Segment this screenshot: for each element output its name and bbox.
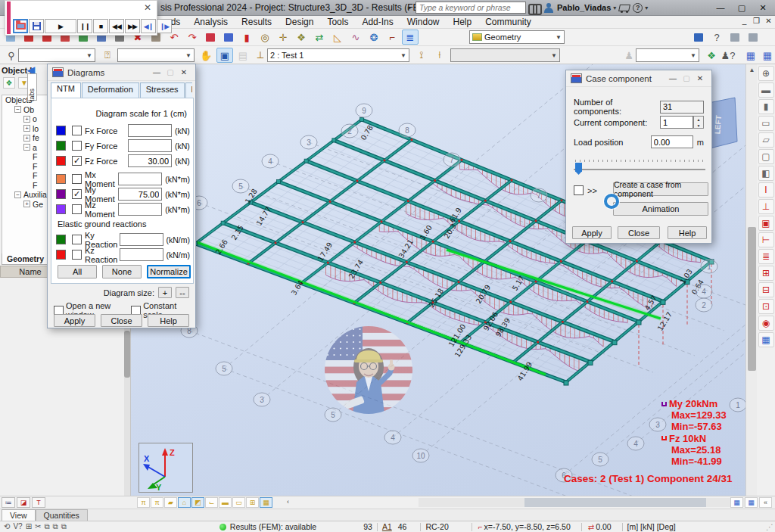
- wall-icon[interactable]: ▮: [758, 99, 774, 114]
- pan-view-icon[interactable]: ✛: [275, 30, 291, 45]
- refresh-view-icon[interactable]: ⇄: [311, 30, 328, 45]
- viewport-hscrollbar[interactable]: [419, 498, 748, 507]
- diagrams-close-button[interactable]: Close: [101, 314, 142, 327]
- ky-reaction-checkbox[interactable]: [72, 235, 82, 244]
- wrench-icon[interactable]: ⌐: [384, 30, 400, 45]
- fy-force-scale-field[interactable]: [128, 139, 172, 152]
- diagrams-tab-stresses[interactable]: Stresses: [140, 82, 185, 98]
- cut-snap-icon[interactable]: ✂: [35, 522, 41, 531]
- inspector-tab-geometry[interactable]: Geometry: [2, 254, 50, 265]
- mode-combo[interactable]: ▼: [450, 48, 560, 62]
- coord-system-icon[interactable]: ⟲: [4, 522, 10, 531]
- diagrams-tab-deformation[interactable]: Deformation: [82, 82, 139, 98]
- mdi-window-controls[interactable]: _ ❐ ✕: [739, 17, 773, 25]
- mx-moment-scale-field[interactable]: [118, 173, 162, 185]
- component-icon-icon[interactable]: ♟: [621, 48, 637, 63]
- viewport-vscrollbar[interactable]: ▲: [745, 64, 757, 496]
- window-grid-1-icon[interactable]: [727, 30, 743, 45]
- save-button[interactable]: [29, 19, 44, 33]
- set-square-icon[interactable]: ◺: [329, 30, 346, 45]
- template-display-icon[interactable]: ▦: [260, 497, 272, 508]
- current-component-field[interactable]: [660, 116, 693, 129]
- rotate-view-icon[interactable]: ❖: [293, 30, 310, 45]
- scroll-up-icon[interactable]: ▲: [746, 64, 758, 76]
- table-columns-icon[interactable]: ▦: [742, 48, 759, 63]
- case-close-icon[interactable]: ✕: [693, 73, 707, 85]
- case-dialog-titlebar[interactable]: Case component — ▢ ✕: [566, 70, 711, 87]
- chart-edit-icon[interactable]: ∿: [347, 30, 364, 45]
- ky-reaction-scale-field[interactable]: [120, 233, 163, 246]
- structural-axis-icon[interactable]: ⊞: [758, 266, 774, 281]
- fy-force-checkbox[interactable]: [72, 141, 82, 151]
- menu-design[interactable]: Design: [279, 16, 320, 28]
- tree-list-icon[interactable]: ≔: [2, 497, 15, 508]
- select-bars-icon[interactable]: ⍰: [99, 48, 116, 63]
- animation-button[interactable]: Animation: [613, 202, 708, 216]
- attributes-display-icon[interactable]: ▤: [235, 48, 251, 63]
- fx-force-scale-field[interactable]: [128, 124, 172, 137]
- expand-icon[interactable]: +: [23, 201, 30, 207]
- close-button[interactable]: ✕: [754, 2, 772, 14]
- kz-reaction-checkbox[interactable]: [72, 250, 82, 260]
- component-combo[interactable]: ▼: [636, 48, 699, 62]
- stop-button[interactable]: ■: [93, 19, 108, 33]
- grid-snap-icon[interactable]: ⊞: [26, 522, 32, 531]
- tab-quantities[interactable]: Quantities: [36, 509, 88, 521]
- user-menu-arrow[interactable]: ▾: [613, 5, 616, 11]
- window-grid-2-icon[interactable]: [745, 30, 761, 45]
- redo-icon[interactable]: ↷: [184, 30, 201, 45]
- cube-3-icon[interactable]: ⧉: [61, 522, 67, 531]
- nodes-selection-combo[interactable]: ▼: [18, 48, 95, 62]
- normalize-button[interactable]: Normalize: [147, 265, 191, 278]
- my-moment-scale-field[interactable]: [118, 188, 162, 201]
- diagrams-apply-button[interactable]: Apply: [54, 314, 95, 327]
- inspector-objects-icon[interactable]: ❖: [3, 77, 15, 89]
- calculator-icon[interactable]: [202, 30, 219, 45]
- view-3d-icon[interactable]: ❂: [366, 30, 382, 45]
- pause-button[interactable]: ❙❙: [77, 19, 92, 33]
- zoom-window-icon[interactable]: ◎: [257, 30, 273, 45]
- menu-help[interactable]: Help: [446, 16, 478, 28]
- select-hand-icon[interactable]: ✋: [198, 48, 214, 63]
- grid-display-icon[interactable]: ⊞: [246, 497, 259, 508]
- menu-community[interactable]: Community: [478, 16, 538, 28]
- mz-moment-scale-field[interactable]: [118, 203, 162, 216]
- minimize-button[interactable]: —: [711, 2, 730, 14]
- load-case-combo[interactable]: 2 : Test 1▼: [267, 48, 409, 62]
- select-nodes-icon[interactable]: ⚲: [3, 48, 20, 63]
- maximize-button[interactable]: ▢: [733, 2, 751, 14]
- search-expand-icon[interactable]: ▸: [406, 2, 413, 13]
- forward-button[interactable]: ▶▶: [125, 19, 140, 33]
- scroll-left-icon[interactable]: ‹: [287, 498, 289, 506]
- table-view-2-icon[interactable]: ▦: [745, 497, 758, 508]
- slab-icon[interactable]: ▭: [758, 116, 774, 131]
- all-button[interactable]: All: [58, 265, 97, 278]
- cube-2-icon[interactable]: ⧉: [53, 522, 58, 531]
- structure-display-icon[interactable]: ⌂: [178, 497, 191, 508]
- slider-thumb[interactable]: [575, 163, 582, 175]
- view-question-icon[interactable]: V?: [13, 522, 22, 531]
- search-input[interactable]: [416, 2, 526, 14]
- support-icon[interactable]: ⊥: [758, 199, 774, 214]
- expand-icon[interactable]: +: [23, 135, 30, 142]
- deform-display-icon[interactable]: ▭: [232, 497, 245, 508]
- table-view-1-icon[interactable]: ▦: [730, 497, 743, 508]
- component-stepper[interactable]: ▲▼: [693, 116, 704, 129]
- diagrams-tab-ntm[interactable]: NTM: [51, 82, 81, 98]
- material-icon[interactable]: ▣: [758, 216, 774, 231]
- component-slider[interactable]: [574, 160, 705, 175]
- load-display-icon[interactable]: ▬: [219, 497, 232, 508]
- menu-analysis[interactable]: Analysis: [187, 16, 235, 28]
- my-moment-checkbox[interactable]: ✓: [72, 189, 82, 199]
- resize-grip[interactable]: ⋰: [766, 523, 773, 531]
- animation-close-icon[interactable]: ✕: [144, 2, 151, 13]
- bar-icon[interactable]: ▬: [758, 82, 774, 98]
- opening-icon[interactable]: ▢: [758, 149, 774, 164]
- none-button[interactable]: None: [102, 265, 142, 278]
- menu-window[interactable]: Window: [400, 16, 447, 28]
- menu-tools[interactable]: Tools: [320, 16, 355, 28]
- tabs-flyout[interactable]: tabs: [27, 73, 37, 101]
- auto-checkbox[interactable]: [574, 185, 584, 195]
- panel-display-icon[interactable]: ▰: [164, 497, 177, 508]
- calc-table-icon[interactable]: [220, 30, 237, 45]
